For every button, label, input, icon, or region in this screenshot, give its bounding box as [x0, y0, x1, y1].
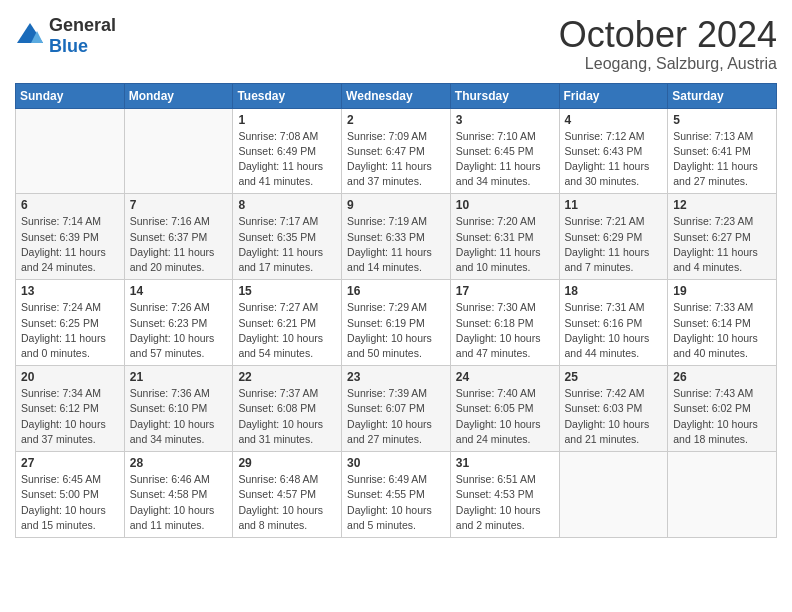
table-row: 31Sunrise: 6:51 AMSunset: 4:53 PMDayligh… — [450, 452, 559, 538]
table-row: 10Sunrise: 7:20 AMSunset: 6:31 PMDayligh… — [450, 194, 559, 280]
day-info: Sunrise: 7:21 AMSunset: 6:29 PMDaylight:… — [565, 214, 663, 275]
day-number: 1 — [238, 113, 336, 127]
day-number: 7 — [130, 198, 228, 212]
table-row: 7Sunrise: 7:16 AMSunset: 6:37 PMDaylight… — [124, 194, 233, 280]
calendar-week-3: 13Sunrise: 7:24 AMSunset: 6:25 PMDayligh… — [16, 280, 777, 366]
day-number: 22 — [238, 370, 336, 384]
col-saturday: Saturday — [668, 83, 777, 108]
day-number: 31 — [456, 456, 554, 470]
day-info: Sunrise: 7:23 AMSunset: 6:27 PMDaylight:… — [673, 214, 771, 275]
col-monday: Monday — [124, 83, 233, 108]
col-friday: Friday — [559, 83, 668, 108]
calendar-week-1: 1Sunrise: 7:08 AMSunset: 6:49 PMDaylight… — [16, 108, 777, 194]
logo-general: General — [49, 15, 116, 35]
day-number: 4 — [565, 113, 663, 127]
table-row: 16Sunrise: 7:29 AMSunset: 6:19 PMDayligh… — [342, 280, 451, 366]
day-number: 20 — [21, 370, 119, 384]
day-info: Sunrise: 7:20 AMSunset: 6:31 PMDaylight:… — [456, 214, 554, 275]
day-info: Sunrise: 7:10 AMSunset: 6:45 PMDaylight:… — [456, 129, 554, 190]
day-number: 10 — [456, 198, 554, 212]
col-sunday: Sunday — [16, 83, 125, 108]
location-title: Leogang, Salzburg, Austria — [559, 55, 777, 73]
day-info: Sunrise: 7:39 AMSunset: 6:07 PMDaylight:… — [347, 386, 445, 447]
day-info: Sunrise: 7:33 AMSunset: 6:14 PMDaylight:… — [673, 300, 771, 361]
day-number: 18 — [565, 284, 663, 298]
day-number: 14 — [130, 284, 228, 298]
table-row: 17Sunrise: 7:30 AMSunset: 6:18 PMDayligh… — [450, 280, 559, 366]
table-row: 5Sunrise: 7:13 AMSunset: 6:41 PMDaylight… — [668, 108, 777, 194]
day-number: 26 — [673, 370, 771, 384]
table-row: 21Sunrise: 7:36 AMSunset: 6:10 PMDayligh… — [124, 366, 233, 452]
col-tuesday: Tuesday — [233, 83, 342, 108]
day-number: 27 — [21, 456, 119, 470]
col-wednesday: Wednesday — [342, 83, 451, 108]
day-number: 17 — [456, 284, 554, 298]
day-info: Sunrise: 6:48 AMSunset: 4:57 PMDaylight:… — [238, 472, 336, 533]
table-row: 30Sunrise: 6:49 AMSunset: 4:55 PMDayligh… — [342, 452, 451, 538]
table-row: 4Sunrise: 7:12 AMSunset: 6:43 PMDaylight… — [559, 108, 668, 194]
day-number: 19 — [673, 284, 771, 298]
table-row: 3Sunrise: 7:10 AMSunset: 6:45 PMDaylight… — [450, 108, 559, 194]
logo-blue: Blue — [49, 36, 88, 56]
day-number: 25 — [565, 370, 663, 384]
day-info: Sunrise: 6:46 AMSunset: 4:58 PMDaylight:… — [130, 472, 228, 533]
day-number: 28 — [130, 456, 228, 470]
day-number: 8 — [238, 198, 336, 212]
calendar-header-row: Sunday Monday Tuesday Wednesday Thursday… — [16, 83, 777, 108]
day-info: Sunrise: 7:26 AMSunset: 6:23 PMDaylight:… — [130, 300, 228, 361]
day-info: Sunrise: 7:16 AMSunset: 6:37 PMDaylight:… — [130, 214, 228, 275]
day-info: Sunrise: 6:45 AMSunset: 5:00 PMDaylight:… — [21, 472, 119, 533]
table-row: 24Sunrise: 7:40 AMSunset: 6:05 PMDayligh… — [450, 366, 559, 452]
day-number: 24 — [456, 370, 554, 384]
day-info: Sunrise: 7:36 AMSunset: 6:10 PMDaylight:… — [130, 386, 228, 447]
logo-icon — [15, 21, 45, 51]
col-thursday: Thursday — [450, 83, 559, 108]
table-row: 28Sunrise: 6:46 AMSunset: 4:58 PMDayligh… — [124, 452, 233, 538]
day-info: Sunrise: 7:42 AMSunset: 6:03 PMDaylight:… — [565, 386, 663, 447]
day-info: Sunrise: 7:17 AMSunset: 6:35 PMDaylight:… — [238, 214, 336, 275]
day-info: Sunrise: 7:37 AMSunset: 6:08 PMDaylight:… — [238, 386, 336, 447]
logo: General Blue — [15, 15, 116, 57]
day-info: Sunrise: 7:27 AMSunset: 6:21 PMDaylight:… — [238, 300, 336, 361]
day-number: 2 — [347, 113, 445, 127]
calendar-week-2: 6Sunrise: 7:14 AMSunset: 6:39 PMDaylight… — [16, 194, 777, 280]
table-row: 6Sunrise: 7:14 AMSunset: 6:39 PMDaylight… — [16, 194, 125, 280]
table-row: 12Sunrise: 7:23 AMSunset: 6:27 PMDayligh… — [668, 194, 777, 280]
table-row: 2Sunrise: 7:09 AMSunset: 6:47 PMDaylight… — [342, 108, 451, 194]
month-title: October 2024 — [559, 15, 777, 55]
table-row: 27Sunrise: 6:45 AMSunset: 5:00 PMDayligh… — [16, 452, 125, 538]
day-number: 3 — [456, 113, 554, 127]
table-row: 26Sunrise: 7:43 AMSunset: 6:02 PMDayligh… — [668, 366, 777, 452]
day-number: 11 — [565, 198, 663, 212]
table-row — [559, 452, 668, 538]
day-info: Sunrise: 7:08 AMSunset: 6:49 PMDaylight:… — [238, 129, 336, 190]
table-row: 9Sunrise: 7:19 AMSunset: 6:33 PMDaylight… — [342, 194, 451, 280]
day-info: Sunrise: 7:14 AMSunset: 6:39 PMDaylight:… — [21, 214, 119, 275]
day-info: Sunrise: 6:49 AMSunset: 4:55 PMDaylight:… — [347, 472, 445, 533]
table-row — [16, 108, 125, 194]
day-number: 16 — [347, 284, 445, 298]
day-number: 29 — [238, 456, 336, 470]
table-row: 29Sunrise: 6:48 AMSunset: 4:57 PMDayligh… — [233, 452, 342, 538]
day-info: Sunrise: 7:40 AMSunset: 6:05 PMDaylight:… — [456, 386, 554, 447]
day-info: Sunrise: 7:29 AMSunset: 6:19 PMDaylight:… — [347, 300, 445, 361]
day-info: Sunrise: 7:31 AMSunset: 6:16 PMDaylight:… — [565, 300, 663, 361]
day-number: 6 — [21, 198, 119, 212]
day-number: 5 — [673, 113, 771, 127]
day-number: 30 — [347, 456, 445, 470]
table-row: 25Sunrise: 7:42 AMSunset: 6:03 PMDayligh… — [559, 366, 668, 452]
day-info: Sunrise: 7:43 AMSunset: 6:02 PMDaylight:… — [673, 386, 771, 447]
day-info: Sunrise: 7:13 AMSunset: 6:41 PMDaylight:… — [673, 129, 771, 190]
calendar-week-5: 27Sunrise: 6:45 AMSunset: 5:00 PMDayligh… — [16, 452, 777, 538]
table-row — [124, 108, 233, 194]
day-number: 9 — [347, 198, 445, 212]
page-header: General Blue October 2024 Leogang, Salzb… — [15, 15, 777, 73]
table-row: 8Sunrise: 7:17 AMSunset: 6:35 PMDaylight… — [233, 194, 342, 280]
table-row — [668, 452, 777, 538]
day-number: 23 — [347, 370, 445, 384]
calendar-week-4: 20Sunrise: 7:34 AMSunset: 6:12 PMDayligh… — [16, 366, 777, 452]
day-info: Sunrise: 7:24 AMSunset: 6:25 PMDaylight:… — [21, 300, 119, 361]
day-info: Sunrise: 7:12 AMSunset: 6:43 PMDaylight:… — [565, 129, 663, 190]
table-row: 14Sunrise: 7:26 AMSunset: 6:23 PMDayligh… — [124, 280, 233, 366]
day-info: Sunrise: 7:34 AMSunset: 6:12 PMDaylight:… — [21, 386, 119, 447]
